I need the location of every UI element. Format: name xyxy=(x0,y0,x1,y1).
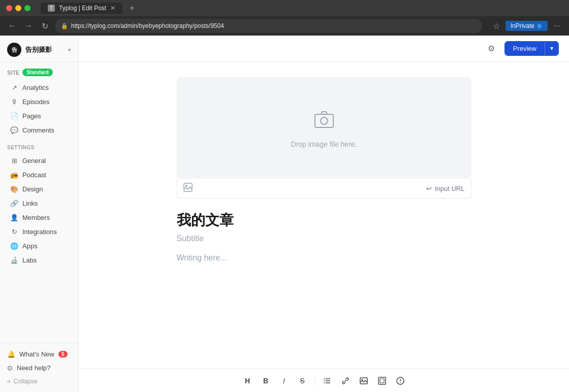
link-button[interactable] xyxy=(337,373,354,389)
sidebar-item-members[interactable]: 👤 Members xyxy=(3,211,75,224)
embed-button[interactable] xyxy=(374,373,390,389)
image-gallery-icon[interactable] xyxy=(183,183,193,194)
sidebar-item-links[interactable]: 🔗 Links xyxy=(3,197,75,210)
more-options-button[interactable] xyxy=(392,373,408,389)
inprivate-button[interactable]: InPrivate 🔷 xyxy=(505,21,548,31)
whats-new-label: What's New xyxy=(19,350,54,358)
svg-point-9 xyxy=(324,382,325,383)
refresh-button[interactable]: ↻ xyxy=(39,20,51,32)
whats-new-icon: 🔔 xyxy=(7,350,15,358)
browser-chrome: T Typlog | Edit Post ✕ + ← → ↻ 🔒 https:/… xyxy=(0,0,569,36)
sidebar-bottom: 🔔 What's New 5 ⊙ Need help? « Collapse xyxy=(0,343,78,392)
site-section-label: SITE xyxy=(7,70,19,76)
settings-button[interactable]: ⚙ xyxy=(483,41,499,57)
sidebar-item-general[interactable]: ⊞ General xyxy=(3,154,75,168)
camera-icon xyxy=(313,108,335,135)
sidebar-item-label-episodes: Episodes xyxy=(22,98,49,106)
settings-section: SETTINGS ⊞ General 📻 Podcast 🎨 Design 🔗 … xyxy=(0,140,78,270)
maximize-window-button[interactable] xyxy=(24,5,30,11)
whats-new-item[interactable]: 🔔 What's New 5 xyxy=(0,347,78,361)
sidebar-item-comments[interactable]: 💬 Comments xyxy=(3,123,75,137)
site-badge-row: SITE Standard xyxy=(0,68,78,80)
url-text: https://typlog.com/admin/byebyephotograp… xyxy=(71,22,224,29)
preview-button[interactable]: Preview xyxy=(505,42,545,55)
sidebar-item-label-comments: Comments xyxy=(22,126,54,134)
forward-button[interactable]: → xyxy=(22,20,35,32)
main-content: ⚙ Preview ▾ Drop image file here. xyxy=(79,36,569,392)
strikethrough-button[interactable]: S xyxy=(294,373,310,389)
settings-section-label: SETTINGS xyxy=(0,145,78,153)
apps-icon: 🌐 xyxy=(10,242,18,250)
sidebar-item-labs[interactable]: 🔬 Labs xyxy=(3,253,75,267)
comments-icon: 💬 xyxy=(10,126,18,134)
tab-close-button[interactable]: ✕ xyxy=(110,5,115,12)
sidebar-item-pages[interactable]: 📄 Pages xyxy=(3,109,75,123)
new-tab-button[interactable]: + xyxy=(130,4,134,13)
input-url-button[interactable]: ↩ Input URL xyxy=(426,185,465,192)
svg-point-16 xyxy=(400,382,401,383)
need-help-label: Need help? xyxy=(17,364,51,372)
address-bar[interactable]: 🔒 https://typlog.com/admin/byebyephotogr… xyxy=(55,19,482,33)
collapse-button[interactable]: « Collapse xyxy=(0,375,78,388)
formatting-toolbar: H B I S xyxy=(79,369,569,392)
minimize-window-button[interactable] xyxy=(15,5,21,11)
sidebar-item-apps[interactable]: 🌐 Apps xyxy=(3,239,75,253)
post-title[interactable]: 我的文章 xyxy=(177,211,471,230)
post-content: 我的文章 Subtitle Writing here... xyxy=(177,211,471,263)
inprivate-icon: 🔷 xyxy=(536,23,543,29)
site-menu-chevron-icon[interactable]: ▾ xyxy=(68,47,71,53)
browser-toolbar: ← → ↻ 🔒 https://typlog.com/admin/byebyep… xyxy=(0,16,569,36)
bold-button[interactable]: B xyxy=(258,373,274,389)
svg-rect-13 xyxy=(380,379,384,383)
svg-point-7 xyxy=(324,378,325,379)
lock-icon: 🔒 xyxy=(61,23,68,29)
browser-menu-button[interactable]: ··· xyxy=(551,20,563,32)
svg-point-3 xyxy=(185,185,187,187)
preview-caret-button[interactable]: ▾ xyxy=(545,42,558,55)
site-name: 告别摄影 xyxy=(25,45,68,54)
list-button[interactable] xyxy=(319,373,335,389)
sidebar-item-label-general: General xyxy=(22,157,46,165)
image-drop-zone[interactable]: Drop image file here. xyxy=(177,77,471,179)
help-icon: ⊙ xyxy=(7,364,13,372)
sidebar-item-label-pages: Pages xyxy=(22,112,41,120)
browser-titlebar: T Typlog | Edit Post ✕ + xyxy=(0,0,569,16)
post-body[interactable]: Writing here... xyxy=(177,253,471,263)
analytics-icon: ↗ xyxy=(10,84,18,91)
browser-tab[interactable]: T Typlog | Edit Post ✕ xyxy=(41,3,122,14)
editor-area[interactable]: Drop image file here. ↩ Input URL 我的文章 xyxy=(79,62,569,369)
labs-icon: 🔬 xyxy=(10,256,18,264)
need-help-item[interactable]: ⊙ Need help? xyxy=(0,361,78,375)
sidebar-item-design[interactable]: 🎨 Design xyxy=(3,182,75,196)
back-button[interactable]: ← xyxy=(6,20,18,32)
sidebar-item-label-apps: Apps xyxy=(22,242,38,250)
members-icon: 👤 xyxy=(10,214,18,221)
site-plan-badge: Standard xyxy=(22,69,52,76)
sidebar-item-analytics[interactable]: ↗ Analytics xyxy=(3,81,75,94)
image-button[interactable] xyxy=(356,373,372,389)
favorites-button[interactable]: ☆ xyxy=(490,20,502,32)
italic-button[interactable]: I xyxy=(276,373,292,389)
drop-image-text: Drop image file here. xyxy=(291,140,357,148)
toolbar-divider-1 xyxy=(314,376,315,386)
svg-point-8 xyxy=(324,380,325,381)
episodes-icon: 🎙 xyxy=(10,98,18,106)
podcast-icon: 📻 xyxy=(10,171,18,179)
sidebar-item-integrations[interactable]: ↻ Integrations xyxy=(3,225,75,239)
preview-button-group: Preview ▾ xyxy=(504,41,559,56)
heading-button[interactable]: H xyxy=(239,373,256,389)
window-controls xyxy=(6,5,30,11)
site-section: SITE Standard ↗ Analytics 🎙 Episodes 📄 P… xyxy=(0,62,78,140)
sidebar-item-podcast[interactable]: 📻 Podcast xyxy=(3,168,75,182)
close-window-button[interactable] xyxy=(6,5,12,11)
pages-icon: 📄 xyxy=(10,112,18,120)
links-icon: 🔗 xyxy=(10,200,18,207)
inprivate-label: InPrivate xyxy=(511,22,534,29)
browser-toolbar-right: ☆ InPrivate 🔷 ··· xyxy=(490,20,563,32)
sidebar-item-episodes[interactable]: 🎙 Episodes xyxy=(3,95,75,109)
post-subtitle[interactable]: Subtitle xyxy=(177,234,471,243)
image-toolbar: ↩ Input URL xyxy=(177,179,471,199)
sidebar-item-label-integrations: Integrations xyxy=(22,228,57,236)
whats-new-count-badge: 5 xyxy=(58,351,68,357)
sidebar-item-label-members: Members xyxy=(22,214,50,221)
